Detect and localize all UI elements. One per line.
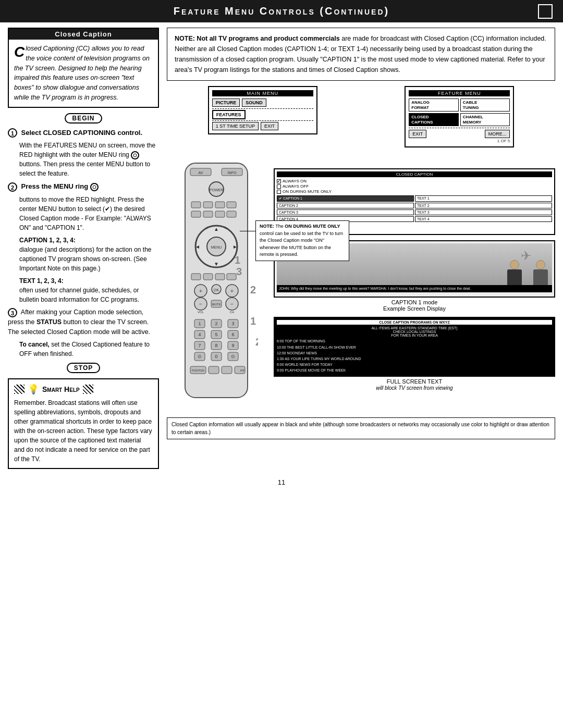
closed-caption-box: Closed Caption C losed Captioning (CC) a… bbox=[8, 28, 159, 108]
step-1: 1 Select CLOSED CAPTIONING control. bbox=[8, 128, 159, 138]
menu-bottom-row: FEATURES bbox=[212, 110, 313, 119]
svg-rect-66 bbox=[209, 366, 219, 374]
svg-text:◄: ◄ bbox=[195, 244, 200, 250]
mute-only-label: ON DURING MUTE ONLY bbox=[283, 189, 332, 194]
full-text-listing: 6:00 TOP OF THE MORNING 10:00 THE BEST L… bbox=[277, 338, 552, 373]
right-screens-col: CLOSED CAPTION ✔ ALWAYS ON ALWAYS OFF bbox=[274, 153, 555, 390]
svg-text:MUTE: MUTE bbox=[212, 303, 221, 306]
text-label: TEXT 1, 2, 3, 4: bbox=[19, 277, 64, 285]
sound-btn[interactable]: SOUND bbox=[242, 98, 266, 107]
step-1-title: Select CLOSED CAPTIONING control. bbox=[21, 129, 142, 137]
begin-badge: BEGIN bbox=[65, 113, 102, 124]
features-btn[interactable]: FEATURES bbox=[212, 110, 246, 119]
svg-text:3: 3 bbox=[231, 321, 234, 326]
page-header: Feature Menu Controls (Continued) bbox=[0, 0, 563, 22]
svg-text:+: + bbox=[230, 288, 234, 294]
full-text-est: ALL ITEMS ARE EASTERN STANDARD TIME (EST… bbox=[277, 326, 552, 337]
stop-badge: STOP bbox=[67, 363, 100, 373]
diagonal-decoration bbox=[14, 385, 25, 394]
full-screen-text-box: CLOSE CAPTION PROGRAMS ON WXYZ ALL ITEMS… bbox=[274, 317, 555, 376]
mute-callout-wrapper: NOTE: The ON DURING MUTE ONLY control ca… bbox=[255, 220, 349, 261]
always-on-option: ✔ ALWAYS ON bbox=[277, 179, 552, 183]
cancel-desc: To cancel, set the Closed Captioned feat… bbox=[19, 340, 159, 359]
menu-ring-icon-1 bbox=[131, 151, 139, 159]
main-menu-buttons: PICTURE SOUND bbox=[212, 98, 313, 107]
svg-text:POSITION: POSITION bbox=[192, 369, 204, 372]
page-title: Feature Menu Controls (Continued) bbox=[174, 5, 389, 17]
analog-format-btn[interactable]: ANALOGFORMAT bbox=[409, 98, 459, 112]
middle-area: NOTE: The ON DURING MUTE ONLY control ca… bbox=[167, 153, 555, 410]
channel-memory-btn[interactable]: CHANNELMEMORY bbox=[460, 113, 510, 126]
svg-text:►: ► bbox=[232, 244, 238, 250]
caption-1-label: CAPTION 1, 2, 3, 4: bbox=[19, 237, 76, 244]
closed-caption-body: C losed Captioning (CC) allows you to re… bbox=[9, 40, 158, 107]
text1-cell: TEXT 1 bbox=[415, 195, 552, 202]
caption-1-item: CAPTION 1, 2, 3, 4: dialogue (and descri… bbox=[19, 236, 159, 273]
svg-text:▲: ▲ bbox=[214, 226, 219, 232]
cc-grid: ✔ CAPTION 1 TEXT 1 CAPTION 2 TEXT 2 CAPT… bbox=[277, 195, 552, 222]
svg-text:2: 2 bbox=[215, 321, 217, 326]
svg-text:⊙: ⊙ bbox=[231, 354, 235, 359]
svg-rect-7 bbox=[191, 202, 201, 208]
svg-text:4: 4 bbox=[198, 332, 201, 337]
feature-menu-screen-wrap: FEATURE MENU ANALOGFORMAT CABLETUNING CL… bbox=[405, 86, 514, 147]
picture-btn[interactable]: PICTURE bbox=[212, 98, 240, 107]
svg-text:0: 0 bbox=[215, 354, 217, 359]
step-2-number: 2 bbox=[8, 182, 17, 192]
svg-rect-25 bbox=[227, 274, 236, 280]
stop-badge-container: STOP bbox=[8, 363, 159, 373]
svg-rect-10 bbox=[227, 202, 236, 208]
menu-bottom-row-2: 1 ST TIME SETUP EXIT bbox=[212, 122, 313, 130]
right-column: NOTE: Not all TV programs and product co… bbox=[167, 28, 555, 469]
full-screen-label: FULL SCREEN TEXT will block TV screen fr… bbox=[274, 378, 555, 391]
smart-help-label: Smart Help bbox=[42, 385, 80, 393]
smart-help-box: 💡 Smart Help Remember. Broadcast station… bbox=[8, 378, 159, 469]
divider-1 bbox=[212, 108, 313, 109]
exit-btn-main[interactable]: EXIT bbox=[261, 122, 278, 130]
svg-text:AV: AV bbox=[199, 171, 203, 175]
step-3: 3 After making your Caption mode selecti… bbox=[8, 307, 159, 337]
person-2-head bbox=[536, 260, 545, 269]
text3-cell: TEXT 3 bbox=[415, 209, 552, 215]
svg-text:OK: OK bbox=[214, 288, 219, 292]
svg-text:1: 1 bbox=[198, 321, 201, 326]
status-bold: STATUS bbox=[36, 318, 62, 326]
svg-rect-8 bbox=[203, 202, 213, 208]
cc-options: ✔ ALWAYS ON ALWAYS OFF ON DURING MUTE ON… bbox=[277, 179, 552, 194]
main-menu-screen: MAIN MENU PICTURE SOUND FEATURES 1 ST TI… bbox=[208, 86, 317, 134]
more-btn[interactable]: MORE... bbox=[485, 130, 510, 138]
svg-rect-14 bbox=[227, 211, 236, 217]
svg-text:POWER: POWER bbox=[210, 188, 223, 192]
svg-text:INFO: INFO bbox=[228, 171, 237, 175]
svg-text:3: 3 bbox=[236, 266, 242, 277]
caption-1-desc: dialogue (and descriptions) for the acti… bbox=[19, 246, 152, 272]
closed-captions-btn[interactable]: CLOSEDCAPTIONS bbox=[409, 113, 459, 126]
divider-2 bbox=[212, 120, 313, 121]
feature-divider bbox=[409, 128, 510, 128]
cc-bottom-note: Closed Caption information will usually … bbox=[167, 417, 555, 439]
setup-btn[interactable]: 1 ST TIME SETUP bbox=[212, 122, 259, 130]
svg-text:PIP: PIP bbox=[240, 369, 245, 372]
svg-rect-9 bbox=[215, 202, 225, 208]
cable-tuning-btn[interactable]: CABLETUNING bbox=[460, 98, 510, 112]
always-on-label: ALWAYS ON bbox=[283, 179, 307, 183]
feature-menu-title: FEATURE MENU bbox=[409, 90, 510, 96]
mute-only-option: ON DURING MUTE ONLY bbox=[277, 189, 552, 194]
step-3-number: 3 bbox=[8, 308, 17, 317]
svg-rect-22 bbox=[191, 274, 201, 280]
caption3-cell: CAPTION 3 bbox=[277, 209, 414, 215]
step-2: 2 Press the MENU ring bbox=[8, 181, 159, 192]
person-2 bbox=[529, 260, 552, 285]
cc-menu-title: CLOSED CAPTION bbox=[277, 171, 552, 177]
person-2-body bbox=[533, 269, 548, 285]
closed-caption-intro: losed Captioning (CC) allows you to read… bbox=[14, 45, 150, 101]
text2-cell: TEXT 2 bbox=[415, 203, 552, 208]
svg-text:MENU: MENU bbox=[211, 245, 222, 249]
text-item: TEXT 1, 2, 3, 4: often used for channel … bbox=[19, 276, 159, 304]
svg-text:7: 7 bbox=[198, 343, 201, 348]
step-1-desc: With the FEATURES MENU on screen, move t… bbox=[19, 141, 159, 178]
svg-text:⊙: ⊙ bbox=[198, 354, 202, 359]
svg-rect-24 bbox=[215, 274, 225, 280]
feature-exit-btn[interactable]: EXIT bbox=[409, 130, 426, 138]
svg-rect-13 bbox=[215, 211, 225, 217]
